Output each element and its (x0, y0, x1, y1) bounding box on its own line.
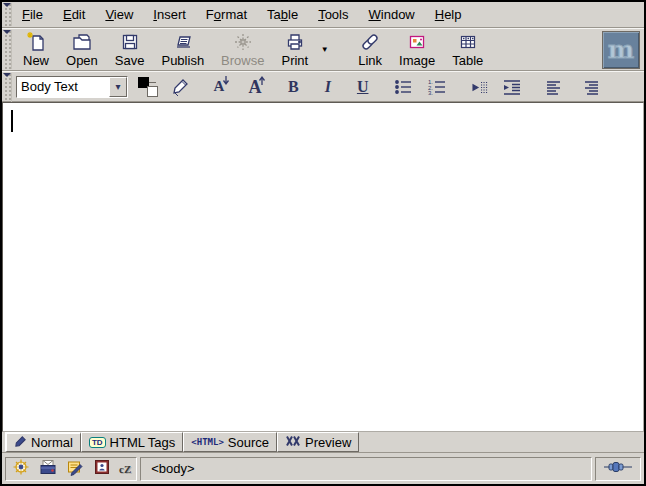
tab-source[interactable]: <HTML> Source (183, 432, 277, 452)
menu-tools[interactable]: Tools (312, 2, 354, 27)
online-status-panel (595, 457, 641, 481)
menu-file[interactable]: File (16, 2, 49, 27)
toolbar-separator (343, 29, 351, 70)
underline-icon: U (357, 79, 369, 95)
align-left-button[interactable] (543, 77, 563, 97)
new-label: New (23, 53, 49, 68)
print-label: Print (281, 53, 308, 68)
new-button[interactable]: New (16, 29, 56, 70)
menu-edit[interactable]: Edit (57, 2, 91, 27)
indent-button[interactable] (501, 77, 521, 97)
online-plug-icon[interactable] (603, 460, 633, 477)
tab-normal[interactable]: Normal (5, 432, 81, 452)
arrow-down-icon (222, 75, 230, 86)
publish-button[interactable]: Publish (154, 29, 211, 70)
decrease-font-size-button[interactable]: A (208, 77, 230, 97)
color-swatch-line (149, 82, 156, 83)
mozilla-logo-icon: m (608, 37, 634, 62)
print-button[interactable]: Print (274, 29, 315, 70)
numbered-list-button[interactable]: 1. 2. 3. (427, 77, 447, 97)
browse-label: Browse (221, 53, 264, 68)
edit-mode-tab-bar: Normal TD HTML Tags <HTML> Source Previe… (2, 432, 644, 453)
increase-font-size-button[interactable]: A (244, 77, 266, 97)
current-tag[interactable]: <body> (151, 461, 194, 476)
menu-file-label: File (22, 7, 43, 22)
composer-icon[interactable] (65, 458, 85, 479)
table-button[interactable]: Table (445, 29, 490, 70)
save-button[interactable]: Save (108, 29, 152, 70)
format-toolbar: Body Text ▾ A A B (2, 71, 644, 102)
menu-format-label: Format (206, 7, 247, 22)
component-bar: cZ (5, 457, 137, 481)
text-color-picker[interactable] (137, 76, 161, 98)
open-button[interactable]: Open (59, 29, 105, 70)
addressbook-icon[interactable] (92, 458, 112, 479)
status-bar: cZ <body> (2, 453, 644, 484)
link-chain-icon (359, 31, 381, 53)
menu-view[interactable]: View (99, 2, 139, 27)
menu-insert[interactable]: Insert (147, 2, 192, 27)
new-page-icon (25, 31, 47, 53)
publish-label: Publish (161, 53, 204, 68)
underline-button[interactable]: U (357, 79, 369, 95)
html-source-icon: <HTML> (191, 437, 224, 447)
menu-view-label: View (105, 7, 133, 22)
background-color-swatch[interactable] (147, 86, 158, 97)
print-dropdown-button[interactable]: ▼ (318, 29, 331, 70)
tab-normal-label: Normal (31, 435, 73, 450)
image-icon (406, 31, 428, 53)
align-left-icon (543, 77, 563, 97)
menu-table-label: Table (267, 7, 298, 22)
menu-help[interactable]: Help (429, 2, 468, 27)
menubar-grippy[interactable] (3, 3, 12, 26)
link-label: Link (358, 53, 382, 68)
chevron-down-icon[interactable]: ▾ (109, 77, 127, 97)
browse-button[interactable]: Browse (214, 29, 271, 70)
bold-button[interactable]: B (288, 79, 299, 95)
toolbar-grippy[interactable] (3, 30, 12, 69)
outdent-button[interactable] (469, 77, 489, 97)
td-badge-icon: TD (89, 437, 106, 448)
tag-breadcrumb-panel: <body> (140, 457, 592, 481)
tab-html-tags[interactable]: TD HTML Tags (81, 432, 183, 452)
menu-table[interactable]: Table (261, 2, 304, 27)
text-caret (11, 110, 13, 132)
publish-icon (172, 31, 194, 53)
bold-icon: B (288, 79, 299, 95)
italic-button[interactable]: I (325, 79, 331, 95)
document-edit-area[interactable] (2, 102, 644, 432)
table-label: Table (452, 53, 483, 68)
save-label: Save (115, 53, 145, 68)
italic-icon: I (325, 79, 331, 95)
open-folder-icon (71, 31, 93, 53)
align-right-icon (581, 77, 601, 97)
composer-window: File Edit View Insert Format Table Tools… (2, 2, 644, 484)
menu-insert-label: Insert (153, 7, 186, 22)
printer-icon (284, 31, 306, 53)
image-label: Image (399, 53, 435, 68)
svg-text:3.: 3. (428, 90, 433, 96)
menu-help-label: Help (435, 7, 462, 22)
save-floppy-icon (119, 31, 141, 53)
bulleted-list-button[interactable] (393, 77, 413, 97)
link-button[interactable]: Link (351, 29, 389, 70)
chatzilla-icon[interactable]: cZ (119, 463, 131, 475)
highlighter-pen-icon (171, 77, 191, 97)
dropdown-arrow-icon: ▼ (321, 45, 329, 54)
arrow-up-icon (258, 75, 266, 86)
highlight-color-button[interactable] (171, 77, 191, 97)
tab-preview[interactable]: Preview (277, 432, 359, 452)
menu-format[interactable]: Format (200, 2, 253, 27)
align-right-button[interactable] (581, 77, 601, 97)
menu-window[interactable]: Window (363, 2, 421, 27)
open-label: Open (66, 53, 98, 68)
image-button[interactable]: Image (392, 29, 442, 70)
navigator-icon[interactable] (11, 458, 31, 479)
menu-edit-label: Edit (63, 7, 85, 22)
formatbar-grippy[interactable] (3, 73, 12, 102)
mail-icon[interactable] (38, 458, 58, 479)
table-grid-icon (457, 31, 479, 53)
mozilla-throbber-button[interactable]: m (602, 31, 640, 69)
paragraph-style-select[interactable]: Body Text ▾ (16, 76, 128, 98)
preview-icon (285, 435, 301, 450)
